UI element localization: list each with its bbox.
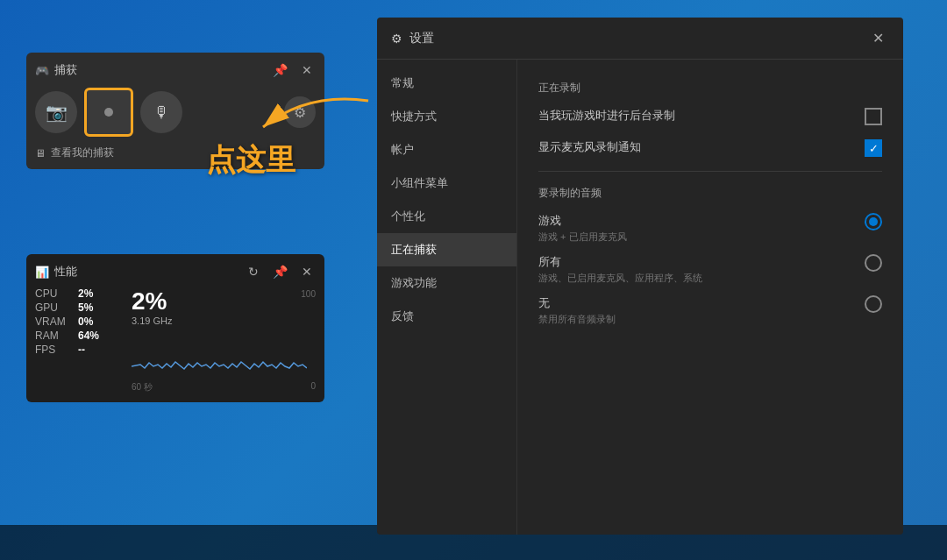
ram-label: RAM xyxy=(35,330,75,342)
audio-option-game[interactable]: 游戏 游戏 + 已启用麦克风 xyxy=(538,213,882,244)
perf-scale-top: 100 xyxy=(301,287,316,299)
chart-time-label: 60 秒 xyxy=(132,381,153,393)
cpu-value: 2% xyxy=(78,287,93,300)
nav-item-general[interactable]: 常规 xyxy=(377,67,516,100)
none-option-title: 无 xyxy=(538,295,865,311)
capture-pin-button[interactable]: 📌 xyxy=(269,61,291,79)
capture-title: 🎮 捕获 xyxy=(35,62,77,78)
capture-buttons-row: 📷 🎙 ⚙ xyxy=(35,88,316,137)
none-radio-button[interactable] xyxy=(865,295,882,313)
game-option-title: 游戏 xyxy=(538,213,865,229)
mic-notification-label: 显示麦克风录制通知 xyxy=(538,139,851,155)
perf-sub-label: 3.19 GHz xyxy=(132,315,316,326)
screenshot-button[interactable]: 📷 xyxy=(35,91,77,133)
capture-footer[interactable]: 🖥 查看我的捕获 xyxy=(35,145,316,160)
section-divider xyxy=(538,171,882,172)
mic-button[interactable]: 🎙 xyxy=(140,91,182,133)
nav-item-game-features[interactable]: 游戏功能 xyxy=(377,266,516,300)
section1-title: 正在录制 xyxy=(538,81,882,96)
none-option-desc: 禁用所有音频录制 xyxy=(538,313,865,326)
vram-stat: VRAM 0% xyxy=(35,315,123,328)
chart-zero-label: 0 xyxy=(310,381,316,393)
game-option-text: 游戏 游戏 + 已启用麦克风 xyxy=(538,213,865,244)
game-option-desc: 游戏 + 已启用麦克风 xyxy=(538,230,865,244)
settings-body: 常规 快捷方式 帐户 小组件菜单 个性化 正在捕获 游戏功能 反馈 正在录制 当… xyxy=(377,60,903,535)
perf-title-bar: 📊 性能 ↻ 📌 ✕ xyxy=(35,263,316,280)
perf-content: CPU 2% GPU 5% VRAM 0% RAM 64% FPS -- 2% xyxy=(35,287,316,393)
settings-title-bar: ⚙ 设置 ✕ xyxy=(377,18,903,60)
audio-option-all[interactable]: 所有 游戏、已启用麦克风、应用程序、系统 xyxy=(538,254,882,285)
gpu-label: GPU xyxy=(35,301,75,314)
capture-footer-label: 查看我的捕获 xyxy=(51,145,114,160)
perf-title: 📊 性能 xyxy=(35,264,77,280)
vram-label: VRAM xyxy=(35,315,75,328)
perf-main: 2% 100 3.19 GHz 60 秒 0 xyxy=(132,287,316,393)
perf-title-label: 性能 xyxy=(54,264,77,280)
capture-close-button[interactable]: ✕ xyxy=(298,61,316,79)
cpu-label: CPU xyxy=(35,287,75,300)
perf-icon: 📊 xyxy=(35,266,49,279)
game-radio-button[interactable] xyxy=(865,213,882,230)
perf-chart-footer: 60 秒 0 xyxy=(132,381,316,393)
section2-title: 要录制的音频 xyxy=(538,186,882,201)
perf-widget: 📊 性能 ↻ 📌 ✕ CPU 2% GPU 5% VRAM 0% RAM xyxy=(26,254,324,402)
background-recording-label: 当我玩游戏时进行后台录制 xyxy=(538,108,851,124)
all-option-text: 所有 游戏、已启用麦克风、应用程序、系统 xyxy=(538,254,865,285)
cpu-stat: CPU 2% xyxy=(35,287,123,300)
capture-icon: 🎮 xyxy=(35,64,49,77)
capture-footer-icon: 🖥 xyxy=(35,147,46,159)
nav-item-capturing[interactable]: 正在捕获 xyxy=(377,233,516,266)
nav-item-account[interactable]: 帐户 xyxy=(377,133,516,167)
settings-nav: 常规 快捷方式 帐户 小组件菜单 个性化 正在捕获 游戏功能 反馈 xyxy=(377,60,517,535)
perf-close-button[interactable]: ✕ xyxy=(298,263,316,280)
record-button-highlight[interactable] xyxy=(84,88,133,137)
ram-stat: RAM 64% xyxy=(35,330,123,342)
all-radio-button[interactable] xyxy=(865,254,882,272)
nav-item-widget-menu[interactable]: 小组件菜单 xyxy=(377,167,516,200)
settings-close-button[interactable]: ✕ xyxy=(867,28,889,48)
settings-dialog: ⚙ 设置 ✕ 常规 快捷方式 帐户 小组件菜单 个性化 正在捕获 游戏功能 反馈… xyxy=(377,18,903,535)
fps-label: FPS xyxy=(35,344,75,356)
all-option-title: 所有 xyxy=(538,254,865,270)
nav-item-feedback[interactable]: 反馈 xyxy=(377,300,516,333)
nav-item-shortcuts[interactable]: 快捷方式 xyxy=(377,100,516,133)
vram-value: 0% xyxy=(78,315,93,328)
perf-refresh-button[interactable]: ↻ xyxy=(245,263,262,280)
perf-pin-button[interactable]: 📌 xyxy=(269,263,291,280)
settings-gear-icon: ⚙ xyxy=(391,32,402,46)
fps-stat: FPS -- xyxy=(35,344,123,356)
perf-stats: CPU 2% GPU 5% VRAM 0% RAM 64% FPS -- xyxy=(35,287,123,393)
all-option-desc: 游戏、已启用麦克风、应用程序、系统 xyxy=(538,272,865,285)
capture-widget: 🎮 捕获 📌 ✕ 📷 🎙 ⚙ 🖥 查看我的捕获 xyxy=(26,53,324,169)
capture-settings-button[interactable]: ⚙ xyxy=(284,96,316,128)
settings-title-label: 设置 xyxy=(409,31,434,46)
ram-value: 64% xyxy=(78,330,99,342)
settings-content: 正在录制 当我玩游戏时进行后台录制 显示麦克风录制通知 ✓ 要录制的音频 游戏 … xyxy=(517,60,903,535)
fps-value: -- xyxy=(78,344,85,356)
capture-controls: 📌 ✕ xyxy=(269,61,316,79)
perf-controls: ↻ 📌 ✕ xyxy=(245,263,316,280)
capture-title-label: 捕获 xyxy=(54,62,77,78)
capture-title-bar: 🎮 捕获 📌 ✕ xyxy=(35,61,316,79)
setting-background-recording: 当我玩游戏时进行后台录制 xyxy=(538,108,882,125)
background-recording-checkbox[interactable] xyxy=(865,108,882,125)
settings-title: ⚙ 设置 xyxy=(391,31,434,46)
perf-big-value: 2% xyxy=(132,287,167,315)
mic-notification-checkbox[interactable]: ✓ xyxy=(865,139,882,157)
gpu-value: 5% xyxy=(78,301,93,314)
setting-mic-notification: 显示麦克风录制通知 ✓ xyxy=(538,139,882,157)
none-option-text: 无 禁用所有音频录制 xyxy=(538,295,865,326)
nav-item-personalization[interactable]: 个性化 xyxy=(377,200,516,233)
perf-chart xyxy=(132,331,307,379)
audio-option-none[interactable]: 无 禁用所有音频录制 xyxy=(538,295,882,326)
gpu-stat: GPU 5% xyxy=(35,301,123,314)
